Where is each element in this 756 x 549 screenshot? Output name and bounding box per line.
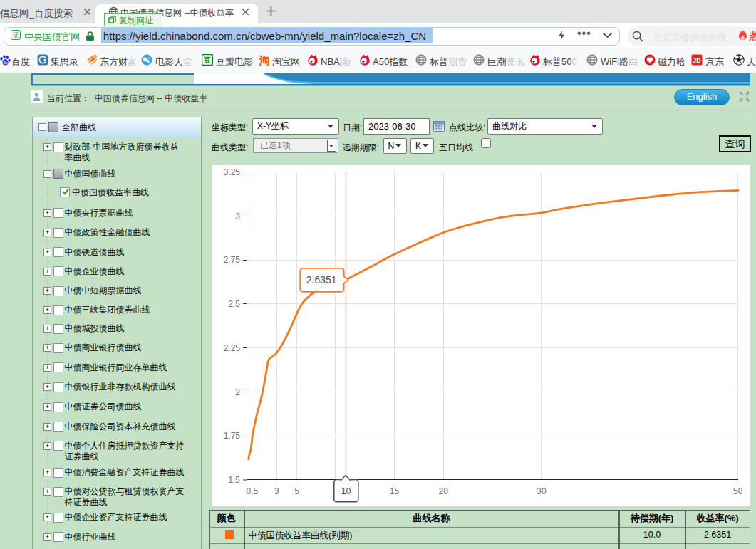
svg-text:豆: 豆 — [203, 56, 211, 64]
svg-text:3: 3 — [235, 211, 240, 221]
svg-text:1.75: 1.75 — [224, 431, 241, 441]
svg-text:5: 5 — [294, 486, 299, 496]
svg-text:2.6351: 2.6351 — [306, 274, 337, 286]
svg-text:0.5: 0.5 — [246, 486, 258, 496]
svg-text:2.75: 2.75 — [224, 255, 241, 265]
svg-text:50: 50 — [733, 486, 743, 496]
svg-text:du: du — [4, 61, 8, 65]
svg-text:3: 3 — [274, 486, 279, 496]
svg-text:1.5: 1.5 — [228, 475, 240, 485]
svg-text:15: 15 — [390, 486, 400, 496]
svg-text:20: 20 — [439, 486, 449, 496]
svg-text:JD: JD — [693, 57, 701, 64]
svg-text:淘: 淘 — [259, 54, 270, 66]
svg-text:30: 30 — [537, 486, 547, 496]
svg-text:2: 2 — [235, 387, 240, 397]
svg-text:3.25: 3.25 — [224, 167, 241, 177]
svg-text:2.5: 2.5 — [228, 299, 240, 309]
svg-text:10: 10 — [341, 486, 351, 496]
svg-text:2.25: 2.25 — [224, 343, 241, 353]
